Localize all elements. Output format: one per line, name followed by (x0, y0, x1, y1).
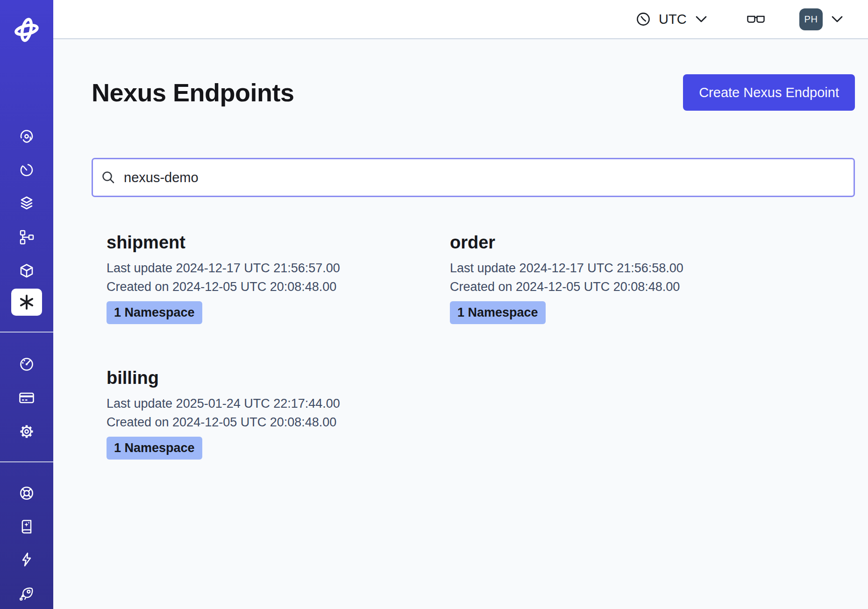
docs-book-icon (19, 518, 35, 534)
namespace-badge: 1 Namespace (450, 301, 546, 324)
app-window: UTC PH Nexus Endpoints Creat (0, 0, 868, 609)
empty-grid-cell (435, 368, 778, 460)
temporal-logo-icon (14, 18, 40, 42)
endpoint-card-billing[interactable]: billing Last update 2025-01-24 UTC 22:17… (92, 368, 435, 460)
rocket-icon (18, 585, 35, 602)
endpoint-name: order (450, 233, 778, 253)
reader-mode-button[interactable] (746, 0, 766, 38)
sidebar-item-billing[interactable] (16, 388, 37, 408)
endpoint-list: shipment Last update 2024-12-17 UTC 21:5… (92, 233, 855, 460)
sidebar-item-settings[interactable] (16, 421, 37, 442)
sidebar-item-workflows[interactable] (16, 126, 37, 147)
sidebar-item-batch-operations[interactable] (16, 227, 37, 248)
namespace-badge: 1 Namespace (107, 301, 202, 324)
billing-card-icon (18, 389, 35, 406)
avatar: PH (799, 8, 823, 30)
workflow-graph-icon (19, 229, 35, 245)
timezone-selector[interactable]: UTC (635, 0, 708, 38)
endpoint-last-update: Last update 2024-12-17 UTC 21:56:57.00 (107, 261, 435, 275)
sidebar-item-deployments[interactable] (16, 261, 37, 281)
sidebar-item-nexus-active[interactable] (11, 289, 42, 316)
settings-gear-icon (19, 424, 35, 439)
sidebar-item-schedules[interactable] (16, 160, 37, 180)
temporal-logo[interactable] (13, 17, 41, 43)
sidebar-divider (0, 332, 53, 333)
sidebar-item-namespaces[interactable] (16, 193, 37, 213)
search-bar (92, 158, 855, 197)
endpoint-created-on: Created on 2024-12-05 UTC 20:08:48.00 (107, 415, 435, 429)
endpoint-card-order[interactable]: order Last update 2024-12-17 UTC 21:56:5… (435, 233, 778, 324)
timezone-label: UTC (659, 12, 687, 27)
glasses-icon (746, 12, 766, 27)
topbar: UTC PH (53, 0, 868, 39)
endpoint-last-update: Last update 2024-12-17 UTC 21:56:58.00 (450, 261, 778, 275)
sidebar-divider (0, 461, 53, 462)
page-header: Nexus Endpoints Create Nexus Endpoint (92, 74, 855, 111)
chevron-down-icon (830, 14, 845, 24)
user-menu[interactable]: PH (799, 0, 845, 38)
sidebar-item-support[interactable] (16, 483, 37, 503)
sidebar-item-labs[interactable] (16, 549, 37, 570)
endpoint-last-update: Last update 2025-01-24 UTC 22:17:44.00 (107, 397, 435, 411)
chevron-down-icon (694, 15, 708, 23)
endpoint-created-on: Created on 2024-12-05 UTC 20:08:48.00 (450, 280, 778, 294)
sidebar (0, 0, 53, 609)
endpoint-name: billing (107, 368, 435, 388)
clock-icon (635, 11, 651, 27)
namespace-badge: 1 Namespace (107, 437, 202, 460)
lightning-icon (19, 552, 35, 567)
sidebar-item-usage[interactable] (16, 354, 37, 375)
sidebar-item-docs[interactable] (16, 516, 37, 537)
nexus-asterisk-icon (18, 293, 36, 311)
search-input[interactable] (92, 158, 855, 197)
endpoint-name: shipment (107, 233, 435, 253)
cube-icon (18, 262, 35, 279)
usage-gauge-icon (19, 356, 35, 372)
schedules-timer-icon (19, 162, 35, 178)
endpoint-created-on: Created on 2024-12-05 UTC 20:08:48.00 (107, 280, 435, 294)
sidebar-item-getting-started[interactable] (16, 583, 37, 604)
layers-icon (18, 195, 35, 212)
create-nexus-endpoint-button[interactable]: Create Nexus Endpoint (683, 74, 855, 111)
support-ring-icon (18, 485, 35, 502)
endpoint-card-shipment[interactable]: shipment Last update 2024-12-17 UTC 21:5… (92, 233, 435, 324)
workflows-spiral-icon (19, 128, 35, 144)
page-title: Nexus Endpoints (92, 78, 294, 107)
main-content: Nexus Endpoints Create Nexus Endpoint sh… (53, 39, 868, 609)
